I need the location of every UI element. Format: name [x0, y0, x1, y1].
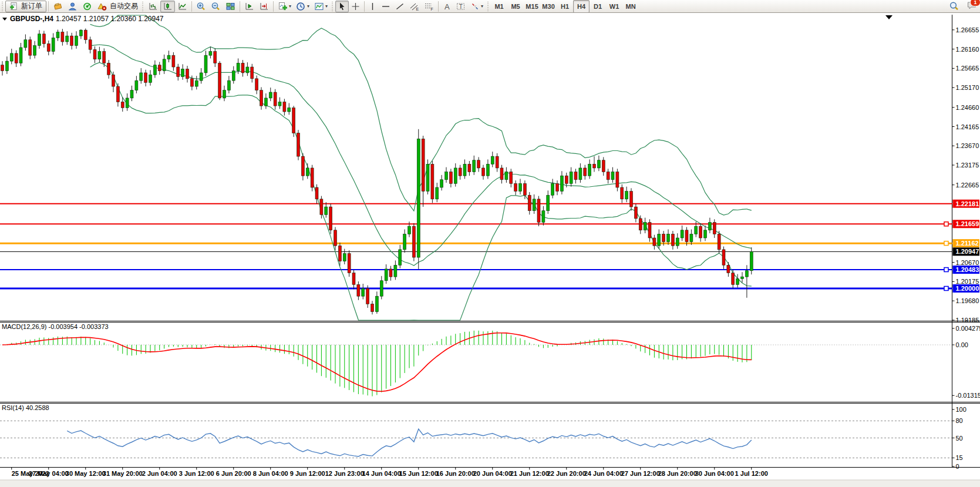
- bar-chart-button[interactable]: [146, 1, 160, 12]
- candle-body: [653, 238, 656, 246]
- templates-button[interactable]: ▾: [312, 1, 330, 12]
- search-button[interactable]: [947, 1, 962, 12]
- candle-body: [15, 53, 18, 63]
- candle-body: [491, 156, 494, 164]
- time-axis-label: 27 May 04:00: [29, 470, 69, 477]
- channel-button[interactable]: E: [407, 1, 422, 12]
- cursor-button[interactable]: [335, 1, 349, 12]
- zoom-out-button[interactable]: [208, 1, 223, 12]
- timeframe-h4-button[interactable]: H4: [573, 0, 590, 13]
- timeframe-mn-button[interactable]: MN: [622, 0, 639, 13]
- timeframe-w1-button[interactable]: W1: [606, 0, 622, 13]
- candle-body: [177, 67, 180, 77]
- arrows-button[interactable]: ▾: [468, 1, 486, 12]
- text-label-icon: T: [456, 2, 466, 11]
- candle-body: [306, 168, 309, 176]
- zoom-out-icon: [211, 2, 221, 11]
- time-axis-label: 15 Jun 12:00: [399, 470, 438, 477]
- timeframe-h1-button[interactable]: H1: [557, 0, 573, 13]
- timeframe-m5-button[interactable]: M5: [507, 0, 524, 13]
- rsi-axis-tick: 100: [956, 406, 966, 413]
- clock-icon: [296, 2, 306, 11]
- candle-body: [325, 207, 328, 214]
- candle-body: [658, 234, 661, 246]
- time-axis-label: 20 Jun 04:00: [473, 470, 512, 477]
- candle-body: [732, 273, 735, 285]
- autotrade-button[interactable]: 自动交易: [95, 1, 140, 12]
- chart-shift-button[interactable]: [257, 1, 271, 12]
- candle-body: [607, 172, 609, 180]
- candlestick-chart-button[interactable]: [160, 1, 175, 12]
- candle-body: [75, 36, 78, 46]
- candle-body: [630, 192, 633, 207]
- candle-body: [436, 187, 439, 199]
- rsi-axis-tick: 80: [956, 417, 963, 424]
- candle-body: [593, 164, 596, 168]
- symbol-dropdown-icon[interactable]: [2, 18, 7, 21]
- periods-button[interactable]: ▾: [294, 1, 312, 12]
- vertical-line-icon: [369, 2, 376, 11]
- candle-body: [135, 80, 138, 90]
- candle-body: [84, 30, 87, 40]
- notifications-button[interactable]: 1: [966, 1, 978, 12]
- candle-body: [422, 139, 425, 191]
- time-axis-label: 24 Jun 04:00: [584, 470, 623, 477]
- candle-body: [408, 226, 411, 234]
- data-window-button[interactable]: [65, 1, 80, 12]
- chart-area[interactable]: MACD(12,26,9) -0.003954 -0.003373RSI(14)…: [0, 13, 980, 487]
- candle-body: [348, 253, 351, 273]
- candle-body: [149, 75, 152, 82]
- horizontal-lines-layer[interactable]: [0, 204, 952, 291]
- macd-axis-tick: 0.004275: [956, 325, 980, 332]
- auto-scroll-button[interactable]: [242, 1, 257, 12]
- candle-body: [537, 199, 540, 223]
- price-chart-svg[interactable]: MACD(12,26,9) -0.003954 -0.003373RSI(14)…: [0, 13, 980, 487]
- candle-body: [477, 160, 480, 168]
- candle-body: [204, 55, 207, 73]
- timeframe-d1-button[interactable]: D1: [590, 0, 606, 13]
- indicators-button[interactable]: ▾: [275, 1, 294, 12]
- text-label-button[interactable]: T: [453, 1, 468, 12]
- text-button[interactable]: A: [440, 1, 453, 12]
- candle-body: [126, 98, 129, 108]
- candle-body: [246, 67, 249, 73]
- candle-body: [648, 223, 651, 238]
- candle-body: [200, 73, 203, 80]
- candle-body: [741, 277, 744, 278]
- candle-body: [10, 53, 13, 61]
- new-order-icon: [9, 2, 19, 11]
- candle-body: [320, 199, 323, 214]
- price-badge-label: 1.21659: [956, 220, 979, 227]
- fibonacci-button[interactable]: F: [422, 1, 436, 12]
- candle-body: [19, 48, 22, 63]
- horizontal-line-button[interactable]: [379, 1, 393, 12]
- candle-body: [523, 183, 526, 195]
- candle-body: [218, 63, 221, 98]
- candle-body: [190, 79, 193, 86]
- timeframe-m30-button[interactable]: M30: [540, 0, 557, 13]
- market-watch-button[interactable]: [50, 1, 65, 12]
- indicator-panes-layer: MACD(12,26,9) -0.003954 -0.003373RSI(14)…: [0, 323, 952, 458]
- line-chart-button[interactable]: [175, 1, 190, 12]
- timeframe-m1-button[interactable]: M1: [491, 0, 507, 13]
- hline-handle: [944, 222, 948, 226]
- new-order-button[interactable]: 新订单: [5, 1, 46, 12]
- time-axis-label: 31 May 20:00: [103, 470, 143, 477]
- crosshair-button[interactable]: [349, 1, 362, 12]
- strategy-tester-button[interactable]: [80, 1, 95, 12]
- candle-body: [47, 43, 50, 51]
- macd-label: MACD(12,26,9) -0.003954 -0.003373: [2, 323, 109, 330]
- timeframe-m15-button[interactable]: M15: [524, 0, 540, 13]
- price-axis-tick: 1.26160: [956, 46, 979, 53]
- candle-body: [38, 34, 41, 46]
- price-badge-label: 1.20000: [956, 285, 979, 292]
- candle-body: [445, 172, 448, 180]
- tile-windows-button[interactable]: [223, 1, 238, 12]
- template-icon: [314, 2, 324, 11]
- trendline-button[interactable]: [393, 1, 407, 12]
- macd-axis-tick: -0.013153: [956, 392, 980, 399]
- fibonacci-icon: F: [424, 2, 434, 11]
- vertical-line-button[interactable]: [366, 1, 379, 12]
- zoom-in-button[interactable]: [194, 1, 208, 12]
- price-axis-tick: 1.24660: [956, 104, 979, 111]
